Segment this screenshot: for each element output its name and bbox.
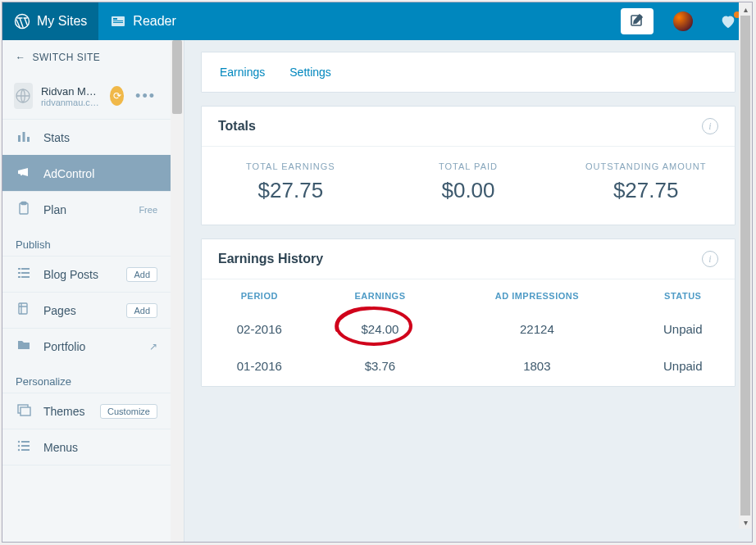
globe-icon: [14, 83, 33, 109]
section-heading-personalize: Personalize: [2, 364, 171, 393]
svg-point-21: [18, 441, 20, 443]
sidebar-item-menus[interactable]: Menus: [2, 429, 171, 466]
svg-rect-16: [18, 276, 20, 278]
external-icon: ↗: [149, 341, 157, 352]
info-icon[interactable]: i: [702, 118, 718, 134]
col-status: STATUS: [631, 279, 735, 312]
col-impressions: AD IMPRESSIONS: [443, 279, 631, 312]
sidebar-item-stats[interactable]: Stats: [2, 119, 171, 155]
svg-rect-11: [21, 202, 26, 205]
sidebar-item-label: Plan: [43, 203, 66, 216]
site-name: Ridvan Ma…: [41, 85, 102, 98]
svg-rect-4: [113, 22, 123, 23]
outstanding-value: $27.75: [563, 178, 728, 203]
totals-card: Totals i TOTAL EARNINGS $27.75 TOTAL PAI…: [201, 106, 736, 225]
menus-icon: [16, 438, 32, 456]
cell-impressions: 22124: [443, 312, 631, 349]
compose-button[interactable]: [621, 8, 654, 34]
cell-period: 01-2016: [202, 349, 317, 386]
history-title: Earnings History: [218, 252, 323, 266]
info-icon[interactable]: i: [702, 251, 718, 267]
sidebar-item-label: Pages: [43, 304, 76, 317]
my-sites-button[interactable]: My Sites: [2, 2, 98, 40]
sidebar-scrollbar[interactable]: [171, 40, 184, 542]
svg-rect-14: [18, 272, 20, 274]
total-paid-label: TOTAL PAID: [386, 161, 551, 171]
sidebar-item-adcontrol[interactable]: AdControl: [2, 155, 171, 191]
svg-rect-2: [113, 18, 117, 20]
total-earnings-cell: TOTAL EARNINGS $27.75: [202, 147, 380, 225]
themes-icon: [16, 402, 32, 420]
reader-button[interactable]: Reader: [98, 2, 187, 40]
sidebar-item-label: Menus: [43, 441, 78, 454]
section-heading-publish: Publish: [2, 227, 171, 256]
cell-impressions: 1803: [443, 349, 631, 386]
svg-rect-20: [20, 407, 30, 416]
svg-point-25: [18, 449, 20, 451]
reader-label: Reader: [133, 14, 175, 29]
site-card[interactable]: Ridvan Ma… ridvanmau.c… ⟳ •••: [2, 75, 171, 119]
sidebar-item-portfolio[interactable]: Portfolio ↗: [2, 328, 171, 364]
cell-period: 02-2016: [202, 312, 317, 349]
svg-rect-8: [23, 132, 25, 142]
svg-rect-15: [21, 272, 30, 274]
add-post-button[interactable]: Add: [126, 267, 157, 282]
tab-earnings[interactable]: Earnings: [220, 66, 265, 79]
sidebar-item-themes[interactable]: Themes Customize: [2, 393, 171, 429]
avatar[interactable]: [673, 11, 693, 31]
total-paid-value: $0.00: [386, 178, 551, 203]
plan-badge: Free: [139, 205, 157, 215]
tabs-card: Earnings Settings: [201, 52, 736, 93]
wordpress-icon: [14, 13, 30, 30]
folder-icon: [16, 338, 32, 355]
svg-rect-9: [27, 137, 30, 142]
col-period: PERIOD: [202, 279, 317, 312]
cell-status: Unpaid: [631, 349, 735, 386]
back-arrow-icon: ←: [16, 52, 26, 63]
svg-rect-13: [21, 268, 30, 270]
total-earnings-value: $27.75: [208, 178, 373, 203]
sidebar-item-label: Themes: [43, 405, 85, 418]
sidebar-item-pages[interactable]: Pages Add: [2, 292, 171, 328]
table-row: 02-2016 $24.00 22124 Unpaid: [202, 312, 735, 349]
svg-rect-7: [18, 135, 20, 142]
pencil-icon: [629, 13, 645, 30]
sidebar-item-label: Stats: [43, 131, 70, 144]
site-more-button[interactable]: •••: [132, 88, 159, 105]
sidebar-item-label: AdControl: [43, 167, 94, 180]
customize-button[interactable]: Customize: [100, 404, 157, 419]
table-row: 01-2016 $3.76 1803 Unpaid: [202, 349, 735, 386]
pages-icon: [16, 302, 32, 319]
add-page-button[interactable]: Add: [126, 303, 157, 318]
outstanding-label: OUTSTANDING AMOUNT: [563, 161, 728, 171]
total-earnings-label: TOTAL EARNINGS: [208, 161, 373, 171]
cell-status: Unpaid: [631, 312, 735, 349]
sidebar-item-label: Blog Posts: [43, 268, 98, 281]
svg-rect-18: [19, 303, 27, 314]
sync-icon: ⟳: [110, 86, 124, 106]
total-paid-cell: TOTAL PAID $0.00: [380, 147, 558, 225]
sidebar-item-blog-posts[interactable]: Blog Posts Add: [2, 256, 171, 292]
page-scrollbar-vertical[interactable]: ▴ ▾: [739, 2, 752, 529]
switch-site-link[interactable]: ← SWITCH SITE: [2, 40, 171, 75]
site-url: ridvanmau.c…: [41, 98, 102, 107]
stats-icon: [16, 129, 32, 146]
tab-settings[interactable]: Settings: [289, 66, 331, 79]
cell-earnings: $3.76: [317, 349, 444, 386]
cell-earnings: $24.00: [317, 312, 444, 349]
svg-point-23: [18, 445, 20, 447]
svg-rect-24: [21, 445, 30, 447]
sidebar-item-label: Portfolio: [43, 340, 85, 353]
megaphone-icon: [16, 165, 32, 182]
col-earnings: EARNINGS: [317, 279, 444, 312]
totals-title: Totals: [218, 119, 256, 134]
history-card: Earnings History i PERIOD EARNINGS AD IM…: [201, 238, 736, 387]
sidebar-item-plan[interactable]: Plan Free: [2, 191, 171, 227]
masterbar: My Sites Reader: [2, 2, 752, 40]
list-icon: [16, 266, 32, 283]
svg-rect-12: [18, 268, 20, 270]
sidebar: ← SWITCH SITE Ridvan Ma… ridvanmau.c… ⟳ …: [2, 40, 184, 542]
reader-icon: [110, 13, 126, 30]
main-content: Earnings Settings Totals i TOTAL EARNING…: [184, 40, 752, 542]
svg-rect-17: [21, 276, 30, 278]
